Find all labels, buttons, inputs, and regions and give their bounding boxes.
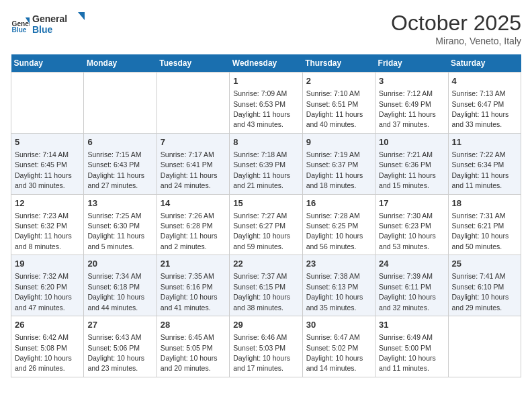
title-block: October 2025 Mirano, Veneto, Italy <box>391 11 521 46</box>
day-info: Sunrise: 7:30 AM Sunset: 6:23 PM Dayligh… <box>379 212 436 250</box>
day-number: 22 <box>233 258 298 270</box>
day-info: Sunrise: 7:34 AM Sunset: 6:18 PM Dayligh… <box>87 272 144 311</box>
day-number: 11 <box>452 136 517 148</box>
calendar-table: SundayMondayTuesdayWednesdayThursdayFrid… <box>11 54 521 377</box>
day-number: 28 <box>161 319 226 331</box>
day-number: 29 <box>233 319 298 331</box>
day-number: 13 <box>87 197 152 210</box>
day-info: Sunrise: 7:17 AM Sunset: 6:41 PM Dayligh… <box>161 150 218 189</box>
day-info: Sunrise: 7:37 AM Sunset: 6:15 PM Dayligh… <box>233 272 290 311</box>
svg-marker-5 <box>78 12 85 20</box>
day-header-friday: Friday <box>375 54 448 73</box>
day-header-thursday: Thursday <box>302 54 375 73</box>
day-number: 17 <box>379 197 444 210</box>
day-cell-28: 28Sunrise: 6:45 AM Sunset: 5:05 PM Dayli… <box>157 316 229 377</box>
day-cell-6: 6Sunrise: 7:15 AM Sunset: 6:43 PM Daylig… <box>84 133 157 194</box>
day-info: Sunrise: 7:19 AM Sunset: 6:37 PM Dayligh… <box>306 150 363 189</box>
day-number: 4 <box>452 75 517 87</box>
day-cell-7: 7Sunrise: 7:17 AM Sunset: 6:41 PM Daylig… <box>157 133 229 194</box>
day-info: Sunrise: 7:28 AM Sunset: 6:25 PM Dayligh… <box>306 212 363 250</box>
day-header-wednesday: Wednesday <box>230 54 302 73</box>
day-info: Sunrise: 7:15 AM Sunset: 6:43 PM Dayligh… <box>87 150 144 189</box>
empty-cell <box>84 73 157 134</box>
day-number: 2 <box>306 75 371 87</box>
day-cell-22: 22Sunrise: 7:37 AM Sunset: 6:15 PM Dayli… <box>230 255 302 316</box>
day-cell-8: 8Sunrise: 7:18 AM Sunset: 6:39 PM Daylig… <box>230 133 302 194</box>
day-cell-24: 24Sunrise: 7:39 AM Sunset: 6:11 PM Dayli… <box>375 255 448 316</box>
day-number: 18 <box>452 197 517 210</box>
day-cell-19: 19Sunrise: 7:32 AM Sunset: 6:20 PM Dayli… <box>11 255 84 316</box>
day-cell-4: 4Sunrise: 7:13 AM Sunset: 6:47 PM Daylig… <box>448 73 521 134</box>
day-info: Sunrise: 7:22 AM Sunset: 6:34 PM Dayligh… <box>452 150 509 189</box>
day-info: Sunrise: 7:13 AM Sunset: 6:47 PM Dayligh… <box>452 89 509 128</box>
day-info: Sunrise: 7:26 AM Sunset: 6:28 PM Dayligh… <box>161 212 218 250</box>
logo-wordmark: General Blue <box>32 11 86 39</box>
day-info: Sunrise: 7:12 AM Sunset: 6:49 PM Dayligh… <box>379 89 436 128</box>
svg-text:Blue: Blue <box>12 26 27 34</box>
day-info: Sunrise: 6:46 AM Sunset: 5:03 PM Dayligh… <box>233 333 290 372</box>
logo-icon: General Blue <box>11 15 30 34</box>
day-info: Sunrise: 7:18 AM Sunset: 6:39 PM Dayligh… <box>233 150 290 189</box>
day-info: Sunrise: 7:39 AM Sunset: 6:11 PM Dayligh… <box>379 272 436 311</box>
page-header: General Blue General Blue October 2025 M… <box>11 11 521 46</box>
location-subtitle: Mirano, Veneto, Italy <box>391 36 521 46</box>
day-cell-12: 12Sunrise: 7:23 AM Sunset: 6:32 PM Dayli… <box>11 194 84 255</box>
day-info: Sunrise: 7:35 AM Sunset: 6:16 PM Dayligh… <box>161 272 218 311</box>
day-header-saturday: Saturday <box>448 54 521 73</box>
day-cell-10: 10Sunrise: 7:21 AM Sunset: 6:36 PM Dayli… <box>375 133 448 194</box>
day-info: Sunrise: 7:09 AM Sunset: 6:53 PM Dayligh… <box>233 89 290 128</box>
day-cell-1: 1Sunrise: 7:09 AM Sunset: 6:53 PM Daylig… <box>230 73 302 134</box>
day-info: Sunrise: 7:14 AM Sunset: 6:45 PM Dayligh… <box>15 150 72 189</box>
day-cell-9: 9Sunrise: 7:19 AM Sunset: 6:37 PM Daylig… <box>302 133 375 194</box>
day-number: 31 <box>379 319 444 331</box>
day-number: 19 <box>15 258 80 270</box>
day-cell-26: 26Sunrise: 6:42 AM Sunset: 5:08 PM Dayli… <box>11 316 84 377</box>
day-cell-29: 29Sunrise: 6:46 AM Sunset: 5:03 PM Dayli… <box>230 316 302 377</box>
day-number: 16 <box>306 197 371 210</box>
day-info: Sunrise: 7:41 AM Sunset: 6:10 PM Dayligh… <box>452 272 509 311</box>
day-number: 7 <box>161 136 226 148</box>
day-info: Sunrise: 6:45 AM Sunset: 5:05 PM Dayligh… <box>161 333 218 372</box>
day-number: 30 <box>306 319 371 331</box>
day-number: 5 <box>15 136 80 148</box>
month-title: October 2025 <box>391 11 521 36</box>
day-info: Sunrise: 7:31 AM Sunset: 6:21 PM Dayligh… <box>452 212 509 250</box>
day-number: 6 <box>87 136 152 148</box>
day-header-monday: Monday <box>84 54 157 73</box>
day-cell-3: 3Sunrise: 7:12 AM Sunset: 6:49 PM Daylig… <box>375 73 448 134</box>
day-number: 26 <box>15 319 80 331</box>
day-cell-18: 18Sunrise: 7:31 AM Sunset: 6:21 PM Dayli… <box>448 194 521 255</box>
day-info: Sunrise: 6:49 AM Sunset: 5:00 PM Dayligh… <box>379 333 436 372</box>
day-info: Sunrise: 7:10 AM Sunset: 6:51 PM Dayligh… <box>306 89 363 128</box>
day-info: Sunrise: 7:25 AM Sunset: 6:30 PM Dayligh… <box>87 212 144 250</box>
day-number: 3 <box>379 75 444 87</box>
day-info: Sunrise: 7:27 AM Sunset: 6:27 PM Dayligh… <box>233 212 290 250</box>
day-number: 23 <box>306 258 371 270</box>
day-info: Sunrise: 7:23 AM Sunset: 6:32 PM Dayligh… <box>15 212 72 250</box>
day-number: 8 <box>233 136 298 148</box>
day-cell-25: 25Sunrise: 7:41 AM Sunset: 6:10 PM Dayli… <box>448 255 521 316</box>
day-info: Sunrise: 7:21 AM Sunset: 6:36 PM Dayligh… <box>379 150 436 189</box>
day-number: 10 <box>379 136 444 148</box>
svg-text:Blue: Blue <box>32 24 53 35</box>
day-cell-16: 16Sunrise: 7:28 AM Sunset: 6:25 PM Dayli… <box>302 194 375 255</box>
empty-cell <box>157 73 229 134</box>
day-info: Sunrise: 7:38 AM Sunset: 6:13 PM Dayligh… <box>306 272 363 311</box>
day-cell-21: 21Sunrise: 7:35 AM Sunset: 6:16 PM Dayli… <box>157 255 229 316</box>
day-info: Sunrise: 6:42 AM Sunset: 5:08 PM Dayligh… <box>15 333 72 372</box>
day-cell-20: 20Sunrise: 7:34 AM Sunset: 6:18 PM Dayli… <box>84 255 157 316</box>
day-cell-23: 23Sunrise: 7:38 AM Sunset: 6:13 PM Dayli… <box>302 255 375 316</box>
day-number: 14 <box>161 197 226 210</box>
day-number: 1 <box>233 75 298 87</box>
day-number: 9 <box>306 136 371 148</box>
day-number: 24 <box>379 258 444 270</box>
day-info: Sunrise: 6:43 AM Sunset: 5:06 PM Dayligh… <box>87 333 144 372</box>
svg-text:General: General <box>32 13 67 24</box>
day-cell-13: 13Sunrise: 7:25 AM Sunset: 6:30 PM Dayli… <box>84 194 157 255</box>
day-cell-14: 14Sunrise: 7:26 AM Sunset: 6:28 PM Dayli… <box>157 194 229 255</box>
day-number: 15 <box>233 197 298 210</box>
day-cell-17: 17Sunrise: 7:30 AM Sunset: 6:23 PM Dayli… <box>375 194 448 255</box>
day-cell-15: 15Sunrise: 7:27 AM Sunset: 6:27 PM Dayli… <box>230 194 302 255</box>
day-number: 25 <box>452 258 517 270</box>
day-cell-27: 27Sunrise: 6:43 AM Sunset: 5:06 PM Dayli… <box>84 316 157 377</box>
